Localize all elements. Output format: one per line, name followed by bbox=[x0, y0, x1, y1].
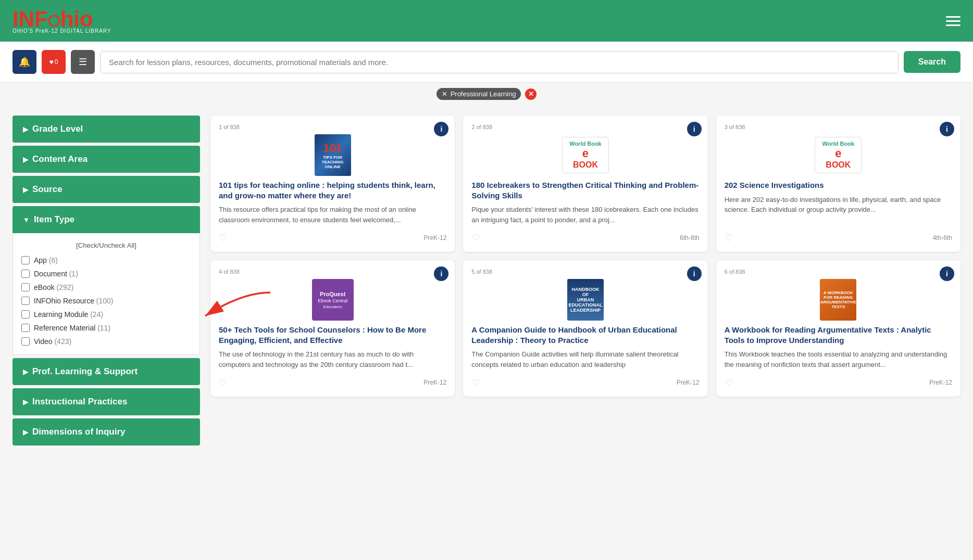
wb-world-text: World Book bbox=[822, 141, 855, 147]
card-footer: ♡ PreK-12 bbox=[219, 374, 446, 388]
svg-point-2 bbox=[52, 19, 56, 23]
card-title[interactable]: A Workbook for Reading Argumentative Tex… bbox=[725, 325, 952, 345]
result-card-1: 1 of 838 i 101 TIPS FORTEACHINGONLINE 10… bbox=[210, 116, 455, 252]
favorites-count: 0 bbox=[55, 58, 58, 66]
proquest-tag: Educators bbox=[323, 304, 342, 309]
item-type-learning-module: Learning Module (24) bbox=[21, 308, 191, 321]
checkbox-video[interactable] bbox=[21, 337, 30, 346]
clear-filters-button[interactable]: ✕ bbox=[525, 88, 537, 100]
item-type-video: Video (423) bbox=[21, 335, 191, 348]
chevron-down-icon: ▼ bbox=[23, 216, 30, 224]
sidebar-label-instructional-practices: Instructional Practices bbox=[32, 397, 127, 407]
item-type-document-label: Document (1) bbox=[34, 270, 78, 278]
sidebar-item-instructional-practices[interactable]: ▶ Instructional Practices bbox=[13, 388, 200, 415]
logo-o-icon bbox=[48, 15, 60, 27]
info-button[interactable]: i bbox=[687, 266, 702, 281]
result-card-5: 5 of 838 i HANDBOOKOFURBANEDUCATIONALLEA… bbox=[463, 260, 707, 397]
search-input-wrap bbox=[100, 51, 899, 73]
favorite-icon[interactable]: ♡ bbox=[725, 232, 733, 244]
logo-hio: hio bbox=[60, 8, 93, 30]
filter-tag-professional-learning: ✕ Professional Learning bbox=[436, 88, 521, 100]
sidebar-item-item-type[interactable]: ▼ Item Type bbox=[13, 206, 200, 233]
grade-badge: PreK-12 bbox=[677, 379, 700, 386]
result-card-2: 2 of 838 i World Book e BOOK 180 Icebrea… bbox=[463, 116, 707, 252]
logo-subtitle: OHIO'S PreK-12 DIGITAL LIBRARY bbox=[13, 28, 111, 34]
search-button[interactable]: Search bbox=[904, 51, 960, 73]
card-counter: 3 of 838 bbox=[725, 124, 952, 130]
cover-number: 101 bbox=[323, 142, 342, 155]
book-cover: 101 TIPS FORTEACHINGONLINE bbox=[315, 134, 351, 176]
chevron-right-icon: ▶ bbox=[23, 186, 28, 194]
card-title[interactable]: 50+ Tech Tools for School Counselors : H… bbox=[219, 325, 446, 345]
favorite-icon[interactable]: ♡ bbox=[219, 232, 227, 244]
card-title[interactable]: A Companion Guide to Handbook of Urban E… bbox=[471, 325, 699, 345]
favorite-icon[interactable]: ♡ bbox=[471, 232, 480, 244]
info-button[interactable]: i bbox=[687, 122, 702, 136]
notification-button[interactable]: 🔔 bbox=[13, 50, 36, 74]
checkbox-document[interactable] bbox=[21, 270, 30, 278]
proquest-subtitle: Ebook Central bbox=[318, 298, 347, 303]
ebook-annotation-arrow bbox=[190, 287, 273, 326]
favorites-button[interactable]: ♥ 0 bbox=[42, 50, 66, 74]
card-title[interactable]: 180 Icebreakers to Strengthen Critical T… bbox=[471, 180, 699, 200]
tag-label: Professional Learning bbox=[451, 90, 516, 98]
item-type-ebook: eBook (292) bbox=[21, 281, 191, 294]
sidebar-item-dimensions-inquiry[interactable]: ▶ Dimensions of Inquiry bbox=[13, 418, 200, 446]
header: INF hio OHIO'S PreK-12 DIGITAL LIBRARY bbox=[0, 0, 973, 42]
handbook-cover: HANDBOOKOFURBANEDUCATIONALLEADERSHIP bbox=[567, 279, 604, 321]
card-footer: ♡ 4th-6th bbox=[725, 229, 952, 244]
info-button[interactable]: i bbox=[940, 122, 954, 136]
card-thumbnail: 101 TIPS FORTEACHINGONLINE bbox=[219, 134, 446, 176]
main-layout: ▶ Grade Level ▶ Content Area ▶ Source ▼ … bbox=[0, 105, 973, 456]
favorite-icon[interactable]: ♡ bbox=[471, 377, 480, 388]
info-button[interactable]: i bbox=[940, 266, 954, 281]
item-type-app: App (6) bbox=[21, 253, 191, 267]
card-counter: 1 of 838 bbox=[219, 124, 446, 130]
card-title[interactable]: 202 Science Investigations bbox=[725, 180, 952, 190]
logo: INF hio OHIO'S PreK-12 DIGITAL LIBRARY bbox=[13, 8, 111, 34]
workbook-cover: A WORKBOOKFOR READINGARGUMENTATIVETEXTS bbox=[820, 279, 856, 321]
list-view-button[interactable]: ☰ bbox=[71, 50, 95, 74]
search-input[interactable] bbox=[101, 52, 898, 73]
wb-e-text: e bbox=[582, 147, 589, 160]
card-counter: 5 of 838 bbox=[471, 269, 699, 275]
card-description: The Companion Guide activities will help… bbox=[471, 349, 699, 370]
item-type-document: Document (1) bbox=[21, 267, 191, 281]
workbook-text: A WORKBOOKFOR READINGARGUMENTATIVETEXTS bbox=[820, 290, 856, 309]
item-type-ebook-label: eBook (292) bbox=[34, 283, 73, 291]
card-title[interactable]: 101 tips for teaching online : helping s… bbox=[219, 180, 446, 200]
filter-tags-area: ✕ Professional Learning ✕ bbox=[0, 83, 973, 105]
sidebar-item-content-area[interactable]: ▶ Content Area bbox=[13, 146, 200, 173]
checkbox-infohio-resource[interactable] bbox=[21, 297, 30, 305]
result-card-4: 4 of 838 i ProQuest Ebook Central Educat… bbox=[210, 260, 455, 397]
sidebar-label-item-type: Item Type bbox=[34, 214, 74, 225]
checkbox-learning-module[interactable] bbox=[21, 310, 30, 319]
list-icon: ☰ bbox=[79, 56, 87, 68]
check-uncheck-all[interactable]: [Check/Uncheck All] bbox=[21, 239, 191, 253]
heart-icon: ♥ bbox=[49, 58, 54, 66]
item-type-learning-module-label: Learning Module (24) bbox=[34, 310, 103, 319]
search-area: 🔔 ♥ 0 ☰ Search bbox=[0, 42, 973, 83]
hamburger-menu[interactable] bbox=[946, 16, 960, 26]
sidebar-item-grade-level[interactable]: ▶ Grade Level bbox=[13, 116, 200, 143]
wb-book-text: BOOK bbox=[573, 160, 598, 170]
wb-book-text: BOOK bbox=[826, 160, 851, 170]
card-description: This Workbook teaches the tools essentia… bbox=[725, 349, 952, 370]
sidebar-item-source[interactable]: ▶ Source bbox=[13, 176, 200, 203]
favorite-icon[interactable]: ♡ bbox=[219, 377, 227, 388]
chevron-right-icon: ▶ bbox=[23, 398, 28, 406]
card-counter: 6 of 838 bbox=[725, 269, 952, 275]
tag-x-icon[interactable]: ✕ bbox=[442, 90, 447, 98]
checkbox-reference-material[interactable] bbox=[21, 324, 30, 332]
card-footer: ♡ PreK-12 bbox=[219, 229, 446, 244]
favorite-icon[interactable]: ♡ bbox=[725, 377, 733, 388]
card-description: This resource offers practical tips for … bbox=[219, 205, 446, 225]
grade-badge: PreK-12 bbox=[929, 379, 952, 386]
card-thumbnail: HANDBOOKOFURBANEDUCATIONALLEADERSHIP bbox=[471, 279, 699, 321]
bell-icon: 🔔 bbox=[19, 56, 30, 68]
grade-badge: 4th-6th bbox=[933, 234, 952, 241]
sidebar-item-prof-learning[interactable]: ▶ Prof. Learning & Support bbox=[13, 358, 200, 385]
checkbox-app[interactable] bbox=[21, 256, 30, 264]
checkbox-ebook[interactable] bbox=[21, 283, 30, 291]
card-thumbnail: World Book e BOOK bbox=[471, 134, 699, 176]
